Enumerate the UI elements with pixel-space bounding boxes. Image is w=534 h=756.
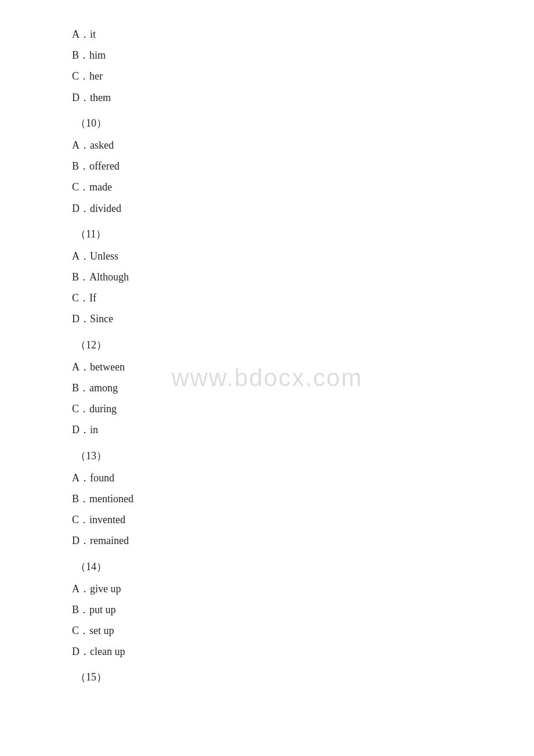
option-B: B．offered xyxy=(70,156,464,176)
option-D: D．in xyxy=(70,420,464,440)
section-q10: （10） A．asked B．offered C．made D．divided xyxy=(70,113,464,218)
question-number-10: （10） xyxy=(70,113,464,133)
option-A: A．found xyxy=(70,468,464,488)
section-q9: A．it B．him C．her D．them xyxy=(70,24,464,107)
section-q12: （12） A．between B．among C．during D．in xyxy=(70,335,464,440)
section-q13: （13） A．found B．mentioned C．invented D．re… xyxy=(70,446,464,551)
question-number-11: （11） xyxy=(70,224,464,244)
option-A: A．give up xyxy=(70,579,464,599)
option-C: C．made xyxy=(70,177,464,197)
option-C: C．set up xyxy=(70,621,464,640)
option-D: D．clean up xyxy=(70,642,464,661)
option-C: C．invented xyxy=(70,510,464,530)
option-D: D．remained xyxy=(70,531,464,550)
option-B: B．mentioned xyxy=(70,489,464,509)
option-C: C．her xyxy=(70,66,464,86)
option-D: D．divided xyxy=(70,199,464,218)
option-B: B．Although xyxy=(70,267,464,287)
main-content: A．it B．him C．her D．them （10） A．asked B．o… xyxy=(0,0,534,713)
option-C: C．If xyxy=(70,288,464,308)
option-A: A．between xyxy=(70,357,464,377)
option-B: B．put up xyxy=(70,600,464,620)
option-B: B．him xyxy=(70,45,464,65)
question-number-13: （13） xyxy=(70,446,464,466)
option-A: A．Unless xyxy=(70,246,464,266)
option-D: D．Since xyxy=(70,309,464,329)
question-number-12: （12） xyxy=(70,335,464,355)
section-q15: （15） xyxy=(70,667,464,687)
question-number-15: （15） xyxy=(70,667,464,687)
question-number-14: （14） xyxy=(70,557,464,577)
option-D: D．them xyxy=(70,88,464,107)
option-A: A．asked xyxy=(70,135,464,155)
section-q14: （14） A．give up B．put up C．set up D．clean… xyxy=(70,557,464,662)
option-C: C．during xyxy=(70,399,464,419)
option-A: A．it xyxy=(70,24,464,44)
section-q11: （11） A．Unless B．Although C．If D．Since xyxy=(70,224,464,329)
option-B: B．among xyxy=(70,378,464,398)
